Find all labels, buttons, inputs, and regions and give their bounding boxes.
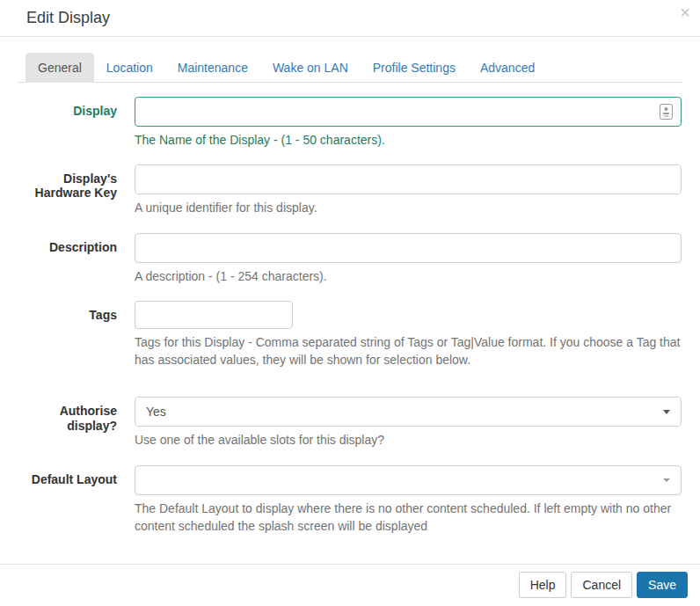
chevron-down-icon	[663, 478, 670, 482]
tags-input[interactable]	[135, 301, 293, 329]
form-row-default-layout: Default Layout The Default Layout to dis…	[26, 465, 682, 536]
close-icon[interactable]: ×	[680, 4, 690, 21]
tags-help-text: Tags for this Display - Comma separated …	[135, 333, 682, 369]
tab-wake-on-lan[interactable]: Wake on LAN	[260, 53, 361, 83]
tab-location[interactable]: Location	[94, 53, 165, 83]
authorise-help-text: Use one of the available slots for this …	[135, 431, 682, 449]
hardware-key-input[interactable]	[135, 164, 682, 194]
form-row-authorise: Authorise display? Yes Use one of the av…	[26, 397, 682, 449]
default-layout-label: Default Layout	[26, 465, 117, 536]
form-row-hardware-key: Display's Hardware Key A unique identifi…	[26, 164, 682, 216]
default-layout-select[interactable]	[135, 465, 682, 495]
autofill-person-icon	[660, 104, 673, 120]
form-row-display: Display The Name of the Display - (1 - 5…	[26, 97, 682, 149]
tags-label: Tags	[26, 301, 117, 369]
chevron-down-icon	[663, 410, 670, 414]
default-layout-help-text: The Default Layout to display where ther…	[135, 500, 682, 536]
save-button[interactable]: Save	[637, 572, 688, 598]
authorise-selected-value: Yes	[146, 405, 166, 419]
display-input[interactable]	[135, 97, 682, 127]
form-row-tags: Tags Tags for this Display - Comma separ…	[26, 301, 682, 369]
modal-header: Edit Display ×	[0, 0, 700, 37]
authorise-select[interactable]: Yes	[135, 397, 682, 427]
help-button[interactable]: Help	[519, 572, 567, 598]
authorise-label: Authorise display?	[26, 397, 117, 449]
cancel-button[interactable]: Cancel	[571, 572, 632, 598]
tab-advanced[interactable]: Advanced	[468, 53, 547, 83]
description-label: Description	[26, 233, 117, 285]
modal-footer: Help Cancel Save	[0, 564, 700, 606]
description-help-text: A description - (1 - 254 characters).	[135, 267, 682, 285]
form-row-description: Description A description - (1 - 254 cha…	[26, 233, 682, 285]
tab-maintenance[interactable]: Maintenance	[165, 53, 260, 83]
hardware-key-help-text: A unique identifier for this display.	[135, 199, 682, 216]
tab-general[interactable]: General	[26, 53, 94, 83]
page-title: Edit Display	[26, 8, 110, 28]
display-help-text: The Name of the Display - (1 - 50 charac…	[135, 131, 682, 149]
description-input[interactable]	[135, 233, 682, 263]
tab-bar: General Location Maintenance Wake on LAN…	[18, 53, 682, 83]
general-tab-panel: Display The Name of the Display - (1 - 5…	[0, 83, 700, 535]
display-label: Display	[26, 97, 117, 149]
hardware-key-label: Display's Hardware Key	[26, 164, 117, 216]
tab-profile-settings[interactable]: Profile Settings	[361, 53, 468, 83]
